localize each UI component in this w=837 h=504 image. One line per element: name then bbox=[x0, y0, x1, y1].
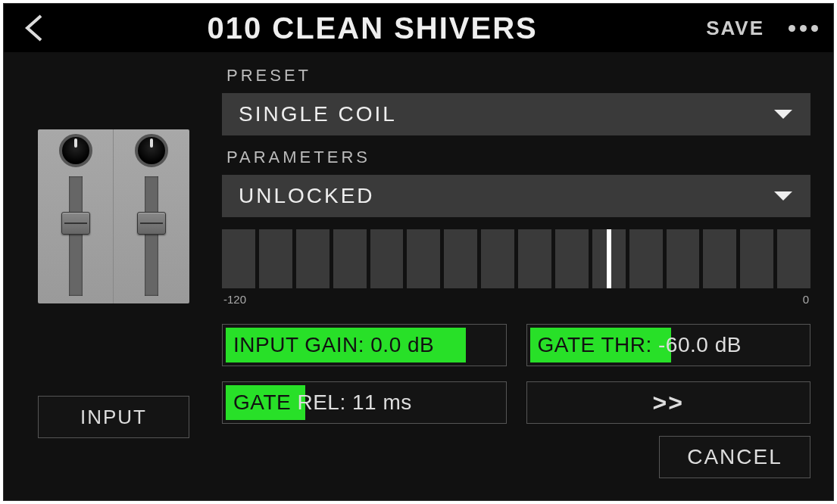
header-bar: 010 CLEAN SHIVERS SAVE bbox=[4, 4, 833, 52]
preset-label: PRESET bbox=[226, 66, 810, 86]
left-column: INPUT bbox=[27, 61, 201, 438]
mixer-channel-1 bbox=[38, 129, 114, 303]
preset-dropdown[interactable]: SINGLE COIL bbox=[222, 93, 810, 135]
main-row: INPUT PRESET SINGLE COIL PARAMETERS UNLO… bbox=[27, 61, 810, 478]
meter-segment bbox=[555, 229, 589, 288]
meter-scale: -120 0 bbox=[222, 291, 810, 306]
fader-handle[interactable] bbox=[61, 212, 90, 235]
meter-segment bbox=[296, 229, 329, 288]
meter-min-label: -120 bbox=[223, 293, 246, 306]
meter-segment bbox=[629, 229, 663, 288]
right-column: PRESET SINGLE COIL PARAMETERS UNLOCKED bbox=[222, 61, 810, 478]
fader-track[interactable] bbox=[145, 176, 158, 296]
mixer-panel bbox=[38, 129, 189, 303]
meter-segment bbox=[370, 229, 404, 288]
param-text: GATE THR: -60.0 dB bbox=[538, 333, 742, 357]
mixer-channel-2 bbox=[114, 129, 189, 303]
dot-icon bbox=[800, 25, 807, 32]
meter-segment bbox=[777, 229, 810, 288]
more-arrow-label: >> bbox=[653, 389, 684, 417]
meter-segment bbox=[740, 229, 773, 288]
parameters-dropdown[interactable]: UNLOCKED bbox=[222, 175, 810, 217]
pan-knob[interactable] bbox=[59, 134, 92, 167]
meter-segment bbox=[333, 229, 367, 288]
dot-icon bbox=[789, 25, 795, 32]
parameter-grid: INPUT GAIN: 0.0 dB GATE THR: -60.0 dB bbox=[222, 324, 810, 424]
app-window: 010 CLEAN SHIVERS SAVE bbox=[3, 3, 834, 501]
cancel-button[interactable]: CANCEL bbox=[659, 436, 810, 478]
more-menu-button[interactable] bbox=[789, 25, 818, 32]
pan-knob[interactable] bbox=[135, 134, 168, 167]
input-gain-field[interactable]: INPUT GAIN: 0.0 dB bbox=[222, 324, 507, 366]
gate-threshold-field[interactable]: GATE THR: -60.0 dB bbox=[526, 324, 811, 366]
back-button[interactable] bbox=[19, 13, 49, 43]
save-button[interactable]: SAVE bbox=[695, 12, 775, 45]
meter-max-label: 0 bbox=[803, 293, 809, 306]
meter-segment bbox=[222, 229, 255, 288]
meter-segment bbox=[407, 229, 440, 288]
parameters-label: PARAMETERS bbox=[226, 148, 810, 167]
chevron-down-icon bbox=[773, 108, 794, 120]
fader-track[interactable] bbox=[69, 176, 83, 296]
param-text: GATE REL: 11 ms bbox=[233, 390, 412, 415]
patch-title: 010 CLEAN SHIVERS bbox=[49, 11, 695, 45]
footer: CANCEL bbox=[222, 431, 810, 478]
chevron-down-icon bbox=[773, 190, 794, 202]
meter-segment bbox=[592, 229, 626, 288]
back-triangle-icon bbox=[24, 14, 44, 42]
gate-release-field[interactable]: GATE REL: 11 ms bbox=[222, 381, 507, 424]
body: INPUT PRESET SINGLE COIL PARAMETERS UNLO… bbox=[4, 52, 833, 500]
parameters-value: UNLOCKED bbox=[239, 184, 375, 208]
param-text: INPUT GAIN: 0.0 dB bbox=[233, 333, 434, 357]
level-meter: -120 0 bbox=[222, 229, 810, 306]
meter-segment bbox=[703, 229, 736, 288]
meter-segment bbox=[518, 229, 551, 288]
meter-segment bbox=[667, 229, 700, 288]
meter-segments[interactable] bbox=[222, 229, 810, 288]
preset-value: SINGLE COIL bbox=[239, 102, 397, 126]
fader-handle[interactable] bbox=[137, 212, 166, 235]
meter-segment bbox=[259, 229, 292, 288]
dot-icon bbox=[811, 25, 818, 32]
more-parameters-button[interactable]: >> bbox=[526, 381, 811, 424]
meter-segment bbox=[444, 229, 477, 288]
input-button[interactable]: INPUT bbox=[38, 396, 189, 438]
meter-segment bbox=[481, 229, 514, 288]
